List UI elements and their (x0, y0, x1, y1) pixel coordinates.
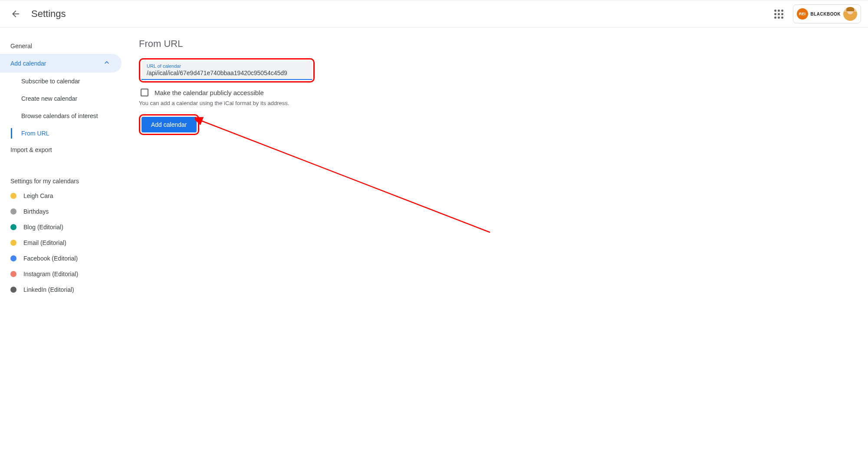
public-checkbox-row: Make the calendar publicly accessible (139, 89, 451, 96)
calendar-item[interactable]: Leigh Cara (0, 188, 122, 204)
calendar-color-dot (10, 255, 16, 261)
sidebar-subitem-create-new[interactable]: Create new calendar (11, 90, 122, 107)
calendar-color-dot (10, 287, 16, 293)
sidebar-subitem-subscribe[interactable]: Subscribe to calendar (11, 73, 122, 90)
calendar-name: Email (Editorial) (23, 239, 66, 246)
public-checkbox[interactable] (141, 89, 148, 96)
header-right: REI BLACKBOOK (770, 4, 861, 23)
add-calendar-subitems: Subscribe to calendar Create new calenda… (10, 73, 122, 142)
calendar-item[interactable]: Birthdays (0, 204, 122, 219)
calendar-color-dot (10, 208, 16, 215)
calendar-item[interactable]: Instagram (Editorial) (0, 266, 122, 282)
add-calendar-button[interactable]: Add calendar (141, 117, 197, 132)
calendar-name: Leigh Cara (23, 192, 53, 199)
sidebar-subitem-browse[interactable]: Browse calendars of interest (11, 107, 122, 125)
sidebar-subitem-from-url[interactable]: From URL (11, 125, 122, 142)
main-content: From URL URL of calendar Make the calend… (122, 35, 469, 297)
svg-line-1 (200, 120, 490, 232)
sidebar-item-import-export[interactable]: Import & export (0, 142, 122, 158)
sidebar-item-general[interactable]: General (0, 38, 122, 54)
calendar-name: Instagram (Editorial) (23, 271, 78, 277)
header: Settings REI BLACKBOOK (0, 0, 868, 28)
calendar-item[interactable]: LinkedIn (Editorial) (0, 282, 122, 297)
calendar-item[interactable]: Email (Editorial) (0, 235, 122, 251)
section-header-my-calendars: Settings for my calendars (0, 171, 122, 188)
public-checkbox-label: Make the calendar publicly accessible (155, 89, 264, 96)
calendar-color-dot (10, 271, 16, 277)
chevron-up-icon (102, 58, 111, 68)
brand-logo-icon: REI (797, 8, 808, 20)
calendar-name: Facebook (Editorial) (23, 255, 78, 262)
avatar[interactable] (843, 7, 857, 21)
url-input-label: URL of calendar (147, 63, 307, 69)
help-text: You can add a calendar using the iCal fo… (139, 100, 451, 106)
page-title: Settings (31, 8, 66, 20)
annotation-arrow-icon (195, 115, 499, 237)
back-button[interactable] (7, 5, 24, 23)
calendar-color-dot (10, 224, 16, 230)
brand-badge[interactable]: REI BLACKBOOK (793, 4, 861, 23)
arrow-left-icon (10, 9, 21, 19)
calendar-item[interactable]: Facebook (Editorial) (0, 251, 122, 266)
sidebar-item-label: Add calendar (10, 60, 46, 67)
main-title: From URL (139, 38, 451, 50)
apps-launcher[interactable] (770, 5, 788, 23)
sidebar-item-add-calendar[interactable]: Add calendar (0, 54, 122, 73)
url-input-highlight: URL of calendar (139, 58, 315, 83)
calendar-name: Blog (Editorial) (23, 224, 63, 231)
calendar-item[interactable]: Blog (Editorial) (0, 219, 122, 235)
apps-grid-icon (774, 10, 783, 19)
sidebar: General Add calendar Subscribe to calend… (0, 35, 122, 297)
calendar-color-dot (10, 240, 16, 246)
add-button-highlight: Add calendar (139, 114, 199, 135)
calendar-color-dot (10, 193, 16, 199)
content-wrapper: General Add calendar Subscribe to calend… (0, 28, 868, 297)
calendar-name: LinkedIn (Editorial) (23, 286, 74, 293)
calendar-name: Birthdays (23, 208, 49, 215)
header-left: Settings (7, 5, 66, 23)
url-input[interactable] (147, 69, 307, 77)
brand-name: BLACKBOOK (811, 12, 841, 17)
